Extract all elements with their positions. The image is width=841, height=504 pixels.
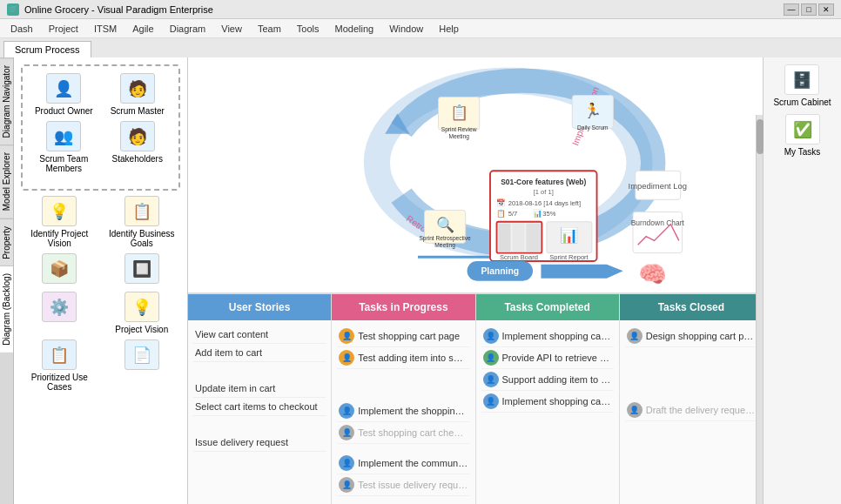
identify-goals-item[interactable]: 📋 Identify Business Goals: [104, 196, 181, 248]
menu-itsm[interactable]: ITSM: [87, 22, 124, 36]
svg-rect-31: [512, 224, 524, 252]
task-design-cart-page[interactable]: 👤 Design shopping cart page: [625, 326, 757, 347]
identify-vision-label: Identify Project Vision: [21, 229, 98, 248]
stakeholders-item[interactable]: 🧑 Stakeholders: [104, 121, 172, 173]
close-button[interactable]: ✕: [818, 3, 834, 16]
kanban-header-completed: Tasks Completed: [476, 294, 619, 320]
menu-team[interactable]: Team: [251, 22, 288, 36]
avatar-design-cart: 👤: [627, 328, 643, 344]
svg-text:Impediment Log: Impediment Log: [629, 181, 687, 191]
task-api-retrieve[interactable]: 👤 Provide API to retrieve stock i...: [481, 347, 614, 369]
scrum-cabinet-label: Scrum Cabinet: [773, 97, 831, 107]
left-panel: 👤 Product Owner 🧑 Scrum Master 👥 Scrum T…: [14, 57, 188, 504]
doc-item[interactable]: 📄: [104, 339, 181, 392]
task-text-api-retrieve: Provide API to retrieve stock i...: [502, 353, 612, 363]
menu-modeling[interactable]: Modeling: [328, 22, 381, 36]
task-implement-comm[interactable]: 👤 Implement the communicatio...: [337, 453, 469, 474]
scrum-roles-panel: 👤 Product Owner 🧑 Scrum Master 👥 Scrum T…: [21, 64, 180, 191]
my-tasks-icon: ✅: [785, 114, 820, 144]
menu-project[interactable]: Project: [42, 22, 85, 36]
maximize-button[interactable]: □: [801, 3, 817, 16]
task-test-checkout[interactable]: 👤 Test shopping cart chekout: [337, 422, 469, 444]
grid-item-5[interactable]: ⚙️: [21, 292, 98, 334]
product-owner-item[interactable]: 👤 Product Owner: [30, 73, 98, 116]
task-text-draft-delivery: Draft the delivery request note: [646, 405, 756, 415]
task-text-design-cart: Design shopping cart page: [646, 331, 756, 341]
identify-vision-item[interactable]: 💡 Identify Project Vision: [21, 196, 98, 248]
kanban-body-in-progress: 👤 Test shopping cart page 👤 Test adding …: [332, 320, 474, 504]
stakeholders-label: Stakeholders: [112, 154, 163, 164]
avatar-test-delivery: 👤: [339, 477, 354, 493]
prioritized-use-cases-icon: 📋: [42, 339, 77, 370]
task-test-cart-page[interactable]: 👤 Test shopping cart page: [337, 326, 469, 347]
identify-goals-label: Identify Business Goals: [104, 229, 181, 248]
task-test-adding-item[interactable]: 👤 Test adding item into shoppin...: [337, 347, 469, 369]
scrum-master-item[interactable]: 🧑 Scrum Master: [104, 73, 172, 116]
sidebar-tab-diagram-navigator[interactable]: Diagram Navigator: [0, 57, 13, 144]
svg-text:Meeting: Meeting: [434, 242, 455, 249]
right-sidebar: 🗄️ Scrum Cabinet ✅ My Tasks: [763, 57, 841, 504]
menu-diagram[interactable]: Diagram: [163, 22, 213, 36]
scrum-team-item[interactable]: 👥 Scrum Team Members: [30, 121, 98, 173]
svg-text:Scrum Board: Scrum Board: [500, 253, 538, 261]
scrum-cabinet-item[interactable]: 🗄️ Scrum Cabinet: [773, 64, 831, 107]
avatar-implement-cart: 👤: [339, 403, 354, 419]
product-owner-icon: 👤: [46, 73, 81, 104]
prioritized-use-cases-item[interactable]: 📋 Prioritized Use Cases: [21, 339, 98, 392]
task-impl-cart-upd[interactable]: 👤 Implement shopping cart upd...: [481, 391, 614, 413]
sidebar-tab-property[interactable]: Property: [0, 218, 13, 266]
grid-item-4[interactable]: 🔲: [104, 253, 181, 286]
story-issue-delivery[interactable]: Issue delivery request: [193, 433, 326, 452]
svg-text:📊: 📊: [560, 226, 579, 245]
task-implement-cart-page[interactable]: 👤 Implement shopping cart page: [481, 326, 614, 347]
avatar-implement-comm: 👤: [339, 455, 354, 471]
menu-view[interactable]: View: [214, 22, 249, 36]
project-vision-item[interactable]: 💡 Project Vision: [104, 292, 181, 334]
project-vision-label: Project Vision: [115, 325, 168, 334]
sidebar-tab-diagram-backlog[interactable]: Diagram (Backlog): [0, 265, 13, 353]
svg-marker-39: [541, 265, 622, 279]
grid-item-3[interactable]: 📦: [21, 253, 98, 286]
story-select-cart[interactable]: Select cart items to checkout: [193, 398, 326, 416]
product-owner-label: Product Owner: [35, 106, 93, 116]
task-text-impl-cart-page: Implement shopping cart page: [502, 331, 612, 341]
right-scrollbar[interactable]: [756, 115, 763, 504]
task-implement-cart[interactable]: 👤 Implement the shopping cart ...: [337, 400, 469, 422]
sidebar-tab-model-explorer[interactable]: Model Explorer: [0, 144, 13, 218]
svg-text:35%: 35%: [542, 210, 555, 218]
story-view-cart[interactable]: View cart content: [193, 326, 326, 344]
my-tasks-item[interactable]: ✅ My Tasks: [784, 114, 821, 157]
kanban-board: User Stories View cart content Add item …: [188, 292, 763, 504]
task-text-test-cart: Test shopping cart page: [358, 331, 460, 341]
menu-tools[interactable]: Tools: [290, 22, 326, 36]
scrum-team-label: Scrum Team Members: [30, 154, 98, 173]
avatar-test-adding: 👤: [339, 350, 354, 366]
svg-text:🧠: 🧠: [638, 260, 667, 288]
kanban-header-user-stories: User Stories: [188, 294, 331, 320]
task-draft-delivery[interactable]: 👤 Draft the delivery request note: [625, 400, 757, 421]
menu-window[interactable]: Window: [382, 22, 430, 36]
menu-agile[interactable]: Agile: [125, 22, 160, 36]
menu-help[interactable]: Help: [432, 22, 466, 36]
scrum-cabinet-icon: 🗄️: [784, 64, 819, 95]
stakeholders-icon: 🧑: [120, 121, 155, 151]
minimize-button[interactable]: —: [784, 3, 799, 16]
svg-rect-32: [526, 224, 540, 252]
svg-text:📋: 📋: [450, 104, 469, 122]
story-add-item[interactable]: Add item to cart: [193, 344, 326, 362]
svg-text:Sprint Report: Sprint Report: [549, 253, 589, 261]
task-test-delivery[interactable]: 👤 Test issue delivery request: [337, 474, 469, 496]
kanban-col-completed: Tasks Completed 👤 Implement shopping car…: [476, 294, 620, 504]
tab-scrum-process[interactable]: Scrum Process: [3, 41, 91, 57]
svg-text:📊: 📊: [533, 209, 542, 218]
task-text-test-checkout: Test shopping cart chekout: [358, 427, 468, 438]
story-update-item[interactable]: Update item in cart: [193, 380, 326, 398]
task-text-implement-cart: Implement the shopping cart ...: [358, 406, 468, 416]
svg-text:Meeting: Meeting: [448, 133, 469, 140]
grid-icon-4: 🔲: [124, 253, 159, 284]
menu-dash[interactable]: Dash: [3, 22, 40, 36]
svg-text:🏃: 🏃: [583, 102, 602, 120]
avatar-test-checkout: 👤: [339, 425, 354, 440]
kanban-body-completed: 👤 Implement shopping cart page 👤 Provide…: [476, 320, 619, 504]
task-support-adding[interactable]: 👤 Support adding item to shoppi...: [481, 369, 614, 391]
